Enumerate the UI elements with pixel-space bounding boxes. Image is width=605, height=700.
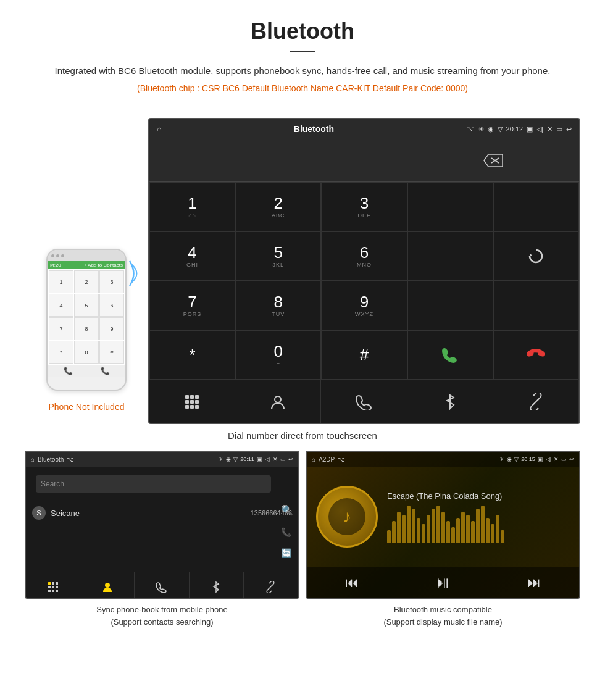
home-icon[interactable]: ⌂ <box>157 125 161 133</box>
music-status-bar: ⌂ A2DP ⌥ ✳ ◉ ▽ 20:15 ▣ ◁| ✕ ▭ ↩ <box>307 452 579 467</box>
eq-bar <box>446 521 450 543</box>
refresh-icon-right[interactable]: 🔄 <box>281 548 293 558</box>
phone-top-bar <box>48 250 125 261</box>
end-call-button[interactable] <box>493 330 579 380</box>
music-screen-content: ⌂ A2DP ⌥ ✳ ◉ ▽ 20:15 ▣ ◁| ✕ ▭ ↩ <box>307 452 579 598</box>
eq-bar <box>461 512 465 543</box>
search-bar[interactable]: Search <box>36 475 271 493</box>
key-empty-5 <box>493 281 579 330</box>
backspace-button[interactable] <box>407 139 579 182</box>
wifi-icon: ▽ <box>498 125 503 133</box>
status-bar: ⌂ Bluetooth ⌥ ✳ ◉ ▽ 20:12 ▣ ◁| ✕ ▭ ↩ <box>149 119 579 139</box>
album-art: ♪ <box>316 486 378 548</box>
music-status-left: ⌂ A2DP ⌥ <box>312 456 345 463</box>
eq-bar <box>436 506 440 543</box>
back-icon-pb[interactable]: ↩ <box>288 456 293 462</box>
search-area: Search <box>31 470 276 498</box>
key-1[interactable]: 1 ⌂⌂ <box>149 182 235 231</box>
nav-bluetooth[interactable] <box>407 380 493 423</box>
mini-nav-person[interactable] <box>80 572 135 599</box>
song-title: Escape (The Pina Colada Song) <box>387 491 570 501</box>
page-description: Integrated with BC6 Bluetooth module, su… <box>37 64 568 78</box>
right-side-icons: 🔍 📞 🔄 <box>281 504 293 558</box>
music-note-icon: ♪ <box>343 507 351 527</box>
equalizer-bars <box>387 506 570 543</box>
svg-marker-4 <box>530 253 533 256</box>
phone-with-bluetooth: ☞ M:20 + Add to Contacts <box>46 249 127 391</box>
key-2[interactable]: 2 ABC <box>235 182 321 231</box>
svg-rect-24 <box>56 590 58 592</box>
page-title: Bluetooth <box>37 19 568 44</box>
phonebook-title: Bluetooth <box>38 456 64 463</box>
refresh-button[interactable] <box>493 231 579 281</box>
status-bar-right: ⌥ ✳ ◉ ▽ 20:12 ▣ ◁| ✕ ▭ ↩ <box>467 125 572 133</box>
eq-bar <box>456 518 460 543</box>
nav-contacts[interactable] <box>235 380 321 423</box>
search-placeholder: Search <box>41 480 64 488</box>
key-0[interactable]: 0 + <box>235 330 321 380</box>
eq-bar <box>432 509 435 543</box>
eq-bar <box>397 512 401 543</box>
key-9[interactable]: 9 WXYZ <box>321 281 407 330</box>
bt-icon-music: ✳ <box>499 456 504 462</box>
search-icon-right[interactable]: 🔍 <box>281 504 293 516</box>
eq-bar <box>407 506 411 543</box>
svg-rect-8 <box>185 400 189 404</box>
phonebook-status-bar: ⌂ Bluetooth ⌥ ✳ ◉ ▽ 20:11 ▣ ◁| ✕ ▭ ↩ <box>26 452 298 467</box>
mini-nav-bluetooth[interactable] <box>190 572 244 599</box>
key-6[interactable]: 6 MNO <box>321 231 407 281</box>
key-8[interactable]: 8 TUV <box>235 281 321 330</box>
phonebook-caption: Sync phone-book from mobile phone (Suppo… <box>25 604 299 628</box>
home-icon-pb: ⌂ <box>31 456 35 463</box>
prev-button[interactable]: ⏮ <box>345 575 359 591</box>
key-5[interactable]: 5 JKL <box>235 231 321 281</box>
key-7[interactable]: 7 PQRS <box>149 281 235 330</box>
eq-bar <box>486 518 490 543</box>
mini-nav-keypad[interactable] <box>26 572 80 599</box>
phone-icon-right[interactable]: 📞 <box>281 527 293 537</box>
nav-phone[interactable] <box>321 380 407 423</box>
music-screen: ⌂ A2DP ⌥ ✳ ◉ ▽ 20:15 ▣ ◁| ✕ ▭ ↩ <box>306 451 580 599</box>
phone-illustration: M:20 + Add to Contacts 1 2 3 4 5 6 7 8 9… <box>46 249 127 391</box>
phonebook-status-left: ⌂ Bluetooth ⌥ <box>31 456 74 463</box>
wifi-icon-music: ▽ <box>514 456 519 462</box>
svg-rect-6 <box>190 395 194 399</box>
mini-nav-link[interactable] <box>244 572 298 599</box>
music-controls: ⏮ ⏯ ⏭ <box>307 567 579 598</box>
svg-point-14 <box>275 396 281 402</box>
eq-bar <box>476 509 480 543</box>
next-button[interactable]: ⏭ <box>527 575 541 591</box>
back-icon[interactable]: ↩ <box>566 125 572 133</box>
nav-keypad[interactable] <box>149 380 235 423</box>
mini-nav-phone[interactable] <box>135 572 189 599</box>
svg-rect-12 <box>190 405 194 409</box>
play-pause-button[interactable]: ⏯ <box>435 573 451 592</box>
contact-row: S Seicane 13566664466 <box>26 501 298 525</box>
phone-sidebar: ☞ M:20 + Add to Contacts <box>25 118 148 424</box>
eq-bar <box>471 521 475 543</box>
window-icon: ▭ <box>556 125 562 133</box>
key-hash[interactable]: # <box>321 330 407 380</box>
call-button[interactable] <box>407 330 493 380</box>
key-4[interactable]: 4 GHI <box>149 231 235 281</box>
phonebook-status-right: ✳ ◉ ▽ 20:11 ▣ ◁| ✕ ▭ ↩ <box>219 456 293 462</box>
page-header: Bluetooth Integrated with BC6 Bluetooth … <box>0 0 605 118</box>
svg-rect-18 <box>56 582 58 585</box>
eq-bar <box>496 515 499 543</box>
eq-bar <box>392 521 396 543</box>
eq-bar <box>466 515 470 543</box>
loc-icon-music: ◉ <box>507 456 512 462</box>
back-icon-music[interactable]: ↩ <box>569 456 574 462</box>
eq-bar <box>417 518 420 543</box>
phone-screen-header: M:20 + Add to Contacts <box>48 261 125 269</box>
music-info: Escape (The Pina Colada Song) <box>387 491 570 543</box>
phonebook-screen: ⌂ Bluetooth ⌥ ✳ ◉ ▽ 20:11 ▣ ◁| ✕ ▭ ↩ <box>25 451 299 599</box>
title-divider <box>290 51 315 52</box>
key-3[interactable]: 3 DEF <box>321 182 407 231</box>
wifi-icon-pb: ▽ <box>233 456 238 462</box>
album-art-inner: ♪ <box>328 498 365 535</box>
nav-link[interactable] <box>493 380 579 423</box>
bluetooth-status-icon: ✳ <box>478 125 484 133</box>
key-star[interactable]: * <box>149 330 235 380</box>
music-status-right: ✳ ◉ ▽ 20:15 ▣ ◁| ✕ ▭ ↩ <box>499 456 574 462</box>
